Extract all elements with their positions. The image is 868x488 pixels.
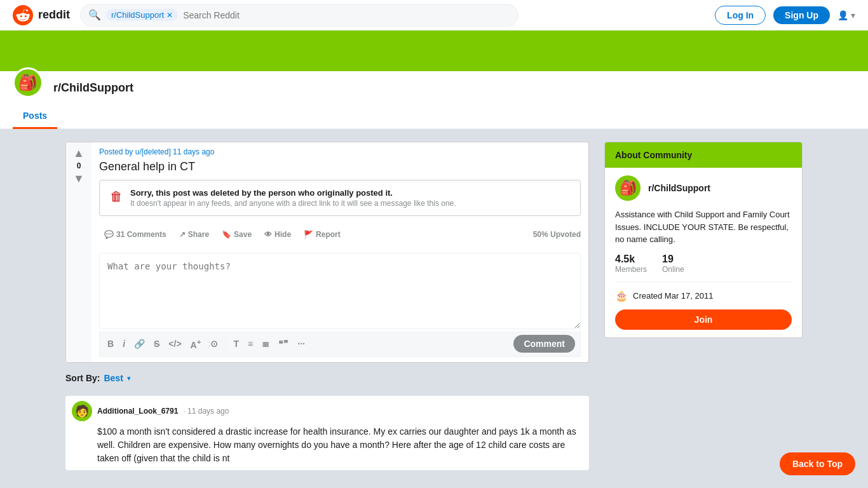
sidebar-card: About Community 🎒 r/ChildSupport Assista… (604, 142, 803, 338)
search-icon: 🔍 (88, 9, 101, 21)
save-button[interactable]: 🔖 Save (217, 226, 257, 243)
submit-comment-button[interactable]: Comment (513, 335, 575, 353)
sort-bar: Sort By: Best ▾ (65, 373, 589, 383)
deleted-secondary-text: It doesn't appear in any feeds, and anyo… (130, 199, 456, 208)
comment-time: · 11 days ago (183, 407, 229, 416)
user-menu[interactable]: 👤 ▾ (837, 10, 855, 20)
comment-box-area: B i 🔗 S </> A+ ⊙ T ≡ ≣ ❝❞ ··· (99, 253, 581, 357)
hide-icon: 👁 (264, 230, 272, 239)
deleted-notice-text: Sorry, this post was deleted by the pers… (130, 188, 456, 208)
vote-count: 0 (77, 161, 81, 170)
login-button[interactable]: Log In (715, 6, 766, 25)
subreddit-avatar-banner: 🎒 (13, 67, 43, 98)
post-title: General help in CT (99, 160, 581, 173)
report-button[interactable]: 🚩 Report (299, 226, 346, 243)
online-value: 19 (662, 254, 684, 265)
community-created: 🎂 Created Mar 17, 2011 (615, 290, 792, 302)
sort-label: Sort By: (65, 373, 100, 383)
code-button[interactable]: </> (166, 337, 184, 350)
reddit-logo-icon (13, 5, 33, 25)
comments-button[interactable]: 💬 31 Comments (99, 226, 172, 243)
search-tag-label: r/ChildSupport (111, 10, 164, 20)
user-icon: 👤 (837, 10, 848, 20)
post-meta: Posted by u/[deleted] 11 days ago (99, 147, 581, 156)
search-tag: r/ChildSupport ✕ (106, 9, 178, 21)
bullet-list-button[interactable]: ≡ (245, 337, 255, 350)
more-formatting-button[interactable]: ··· (295, 337, 308, 350)
post-card: ▲ 0 ▼ Posted by u/[deleted] 11 days ago … (65, 142, 589, 363)
members-stat: 4.5k Members (615, 254, 647, 274)
online-stat: 19 Online (662, 254, 684, 274)
search-bar: 🔍 r/ChildSupport ✕ (80, 4, 519, 27)
comments-label: 31 Comments (116, 230, 166, 239)
community-avatar: 🎒 (615, 175, 641, 201)
subreddit-banner (0, 30, 868, 71)
header: reddit 🔍 r/ChildSupport ✕ Log In Sign Up… (0, 0, 868, 30)
post-body: Posted by u/[deleted] 11 days ago Genera… (92, 142, 588, 362)
community-info-row: 🎒 r/ChildSupport (615, 175, 792, 201)
join-button[interactable]: Join (615, 309, 792, 330)
back-to-top-button[interactable]: Back to Top (780, 452, 855, 475)
ordered-list-button[interactable]: ≣ (259, 337, 272, 350)
online-label: Online (662, 265, 684, 274)
heading-button[interactable]: T (231, 337, 242, 350)
upvote-button[interactable]: ▲ (73, 147, 85, 159)
save-icon: 🔖 (222, 230, 231, 239)
comment-toolbar: B i 🔗 S </> A+ ⊙ T ≡ ≣ ❝❞ ··· (99, 331, 581, 357)
reddit-logo-link[interactable]: reddit (13, 5, 70, 25)
page-layout: ▲ 0 ▼ Posted by u/[deleted] 11 days ago … (53, 129, 815, 488)
signup-button[interactable]: Sign Up (773, 6, 830, 24)
members-label: Members (615, 265, 647, 274)
hide-label: Hide (275, 230, 291, 239)
downvote-button[interactable]: ▼ (73, 173, 85, 184)
italic-button[interactable]: i (120, 337, 128, 350)
cake-icon: 🎂 (615, 290, 628, 302)
chevron-down-icon: ▾ (851, 10, 855, 20)
deleted-primary-text: Sorry, this post was deleted by the pers… (130, 188, 456, 198)
hide-button[interactable]: 👁 Hide (259, 226, 296, 243)
sort-value[interactable]: Best (104, 373, 123, 383)
comment-header: 🧑 Additional_Look_6791 · 11 days ago (72, 401, 581, 421)
deleted-notice-box: 🗑 Sorry, this post was deleted by the pe… (99, 180, 581, 216)
comment-text: $100 a month isn't considered a drastic … (72, 425, 581, 465)
community-stats: 4.5k Members 19 Online (615, 254, 792, 282)
community-description: Assistance with Child Support and Family… (615, 208, 792, 246)
reddit-wordmark: reddit (38, 8, 70, 22)
share-label: Share (188, 230, 209, 239)
vote-column: ▲ 0 ▼ (66, 142, 92, 362)
strikethrough-button[interactable]: S (151, 337, 162, 350)
save-label: Save (234, 230, 252, 239)
community-name[interactable]: r/ChildSupport (648, 183, 710, 193)
upvote-percentage: 50% Upvoted (533, 230, 581, 239)
sidebar-card-header: About Community (605, 142, 802, 168)
avatar: 🧑 (72, 401, 92, 421)
created-text: Created Mar 17, 2011 (633, 291, 713, 301)
post-meta-text: Posted by u/[deleted] 11 days ago (99, 147, 214, 156)
commenter-name[interactable]: Additional_Look_6791 (97, 407, 178, 416)
comment-textarea[interactable] (99, 253, 581, 329)
report-icon: 🚩 (304, 230, 313, 239)
link-button[interactable]: 🔗 (132, 337, 147, 350)
comments-icon: 💬 (104, 230, 114, 239)
subreddit-name-banner: r/ChildSupport (53, 81, 133, 95)
search-input[interactable] (183, 10, 510, 20)
superscript-button[interactable]: A+ (188, 336, 204, 351)
comment-thread: 🧑 Additional_Look_6791 · 11 days ago $10… (65, 391, 589, 475)
tab-posts[interactable]: Posts (13, 104, 57, 129)
subreddit-nav: Posts (0, 104, 868, 129)
blockquote-button[interactable]: ❝❞ (276, 337, 291, 350)
post-actions: 💬 31 Comments ↗ Share 🔖 Save 👁 Hide (99, 224, 581, 245)
share-button[interactable]: ↗ Share (174, 226, 214, 243)
main-content: ▲ 0 ▼ Posted by u/[deleted] 11 days ago … (65, 142, 589, 475)
members-value: 4.5k (615, 254, 647, 265)
sort-chevron-icon[interactable]: ▾ (127, 374, 131, 383)
header-actions: Log In Sign Up 👤 ▾ (715, 6, 855, 25)
toolbar-separator-1 (226, 339, 226, 349)
sidebar-card-body: 🎒 r/ChildSupport Assistance with Child S… (605, 168, 802, 337)
subreddit-info-bar: 🎒 r/ChildSupport (0, 71, 868, 104)
search-tag-close[interactable]: ✕ (166, 11, 173, 20)
spoiler-button[interactable]: ⊙ (208, 337, 220, 350)
table-row: 🧑 Additional_Look_6791 · 11 days ago $10… (65, 396, 589, 470)
bold-button[interactable]: B (105, 337, 116, 350)
report-label: Report (316, 230, 341, 239)
